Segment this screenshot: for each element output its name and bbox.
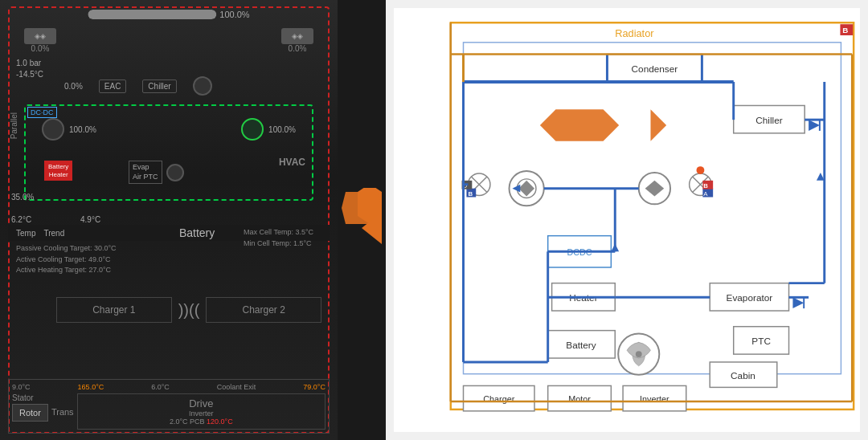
- rotor-box: Rotor: [12, 404, 48, 422]
- progress-bar-fill: [88, 10, 216, 19]
- fan-left: ◈◈ 0.0%: [24, 28, 56, 53]
- fan-right: ◈◈ 0.0%: [281, 28, 313, 53]
- di-title: Drive: [81, 397, 321, 409]
- left-panel: 100.0% ◈◈ 0.0% ◈◈ 0.0% 1.0 bar -14.5°C 0…: [0, 0, 338, 440]
- svg-marker-25: [792, 297, 804, 308]
- pump-icon-1: [42, 118, 64, 141]
- battery-heater-box: Battery Heater: [44, 161, 72, 181]
- stator-temp1: 9.0°C: [12, 383, 31, 391]
- fan-left-pct: 0.0%: [31, 44, 50, 53]
- condenser-text: Condenser: [632, 63, 678, 74]
- charger1-box: Charger 1: [56, 297, 172, 323]
- evap-box: Evap Air PTC: [129, 161, 184, 184]
- cabin-text: Cabin: [731, 370, 755, 381]
- svg-marker-41: [540, 109, 619, 141]
- side-temp-62: 6.2°C: [11, 215, 31, 224]
- svg-text:B: B: [468, 190, 473, 198]
- eac-chiller-row: 0.0% EAC Chiller: [64, 76, 313, 96]
- pressure-temp: -14.5°C: [16, 69, 43, 80]
- coolant-orange-temp: 79.0°C: [303, 383, 326, 391]
- pump1-pct: 100.0%: [69, 125, 96, 134]
- battery-cell-stats: Max Cell Temp: 3.5°C Min Cell Temp: 1.5°…: [244, 227, 313, 249]
- drive-inverter: Drive Inverter 2.0°C PCB 120.0°C: [77, 393, 326, 430]
- progress-bar-container: [88, 10, 216, 19]
- blue-arrow-down-2: [817, 173, 825, 181]
- stator-col: Stator Rotor: [12, 393, 48, 430]
- check-valve-evap: [792, 297, 804, 308]
- ptc-text: PTC: [751, 336, 771, 346]
- svg-text:B: B: [703, 182, 708, 189]
- battery-header-trend: Trend: [43, 229, 64, 238]
- stat3: Active Heating Target: 27.0°C: [16, 265, 321, 276]
- pressure-row: 1.0 bar -14.5°C: [16, 58, 43, 80]
- progress-percent-label: 100.0%: [219, 10, 249, 19]
- drivetrain-section: 9.0°C 165.0°C 6.0°C Coolant Exit 79.0°C …: [8, 379, 330, 434]
- evaporator-text: Evaporator: [727, 292, 773, 303]
- valve-ab-group: A B: [690, 166, 713, 197]
- parallel-label: Parallel: [10, 112, 18, 139]
- svg-marker-23: [809, 120, 820, 131]
- chiller-box: Chiller: [142, 79, 176, 93]
- main-dashed-panel: [8, 6, 330, 434]
- fan-right-pct: 0.0%: [289, 44, 307, 53]
- di-pcb-temp: 120.0°C: [207, 418, 233, 426]
- svg-point-18: [697, 166, 705, 174]
- blue-arrow-down-1: [611, 243, 619, 251]
- stat-max: Max Cell Temp: 3.5°C: [244, 227, 313, 238]
- fan-right-icon: ◈◈: [281, 28, 313, 44]
- charger-separator: ))((: [178, 297, 200, 323]
- svg-text:B: B: [842, 26, 848, 35]
- top-progress-area: 100.0%: [88, 10, 249, 19]
- coolant-exit-label: Coolant Exit: [217, 383, 256, 391]
- di-sub: Inverter: [81, 409, 321, 418]
- evap-pump-icon: [166, 164, 184, 181]
- stat2: Active Cooling Target: 49.0°C: [16, 255, 321, 266]
- big-orange-arrow: [342, 188, 382, 252]
- check-valve-chiller: [809, 120, 820, 131]
- stat-min: Min Cell Temp: 1.5°C: [244, 238, 313, 250]
- trans-label: Trans: [51, 407, 74, 417]
- svg-marker-42: [619, 109, 666, 141]
- battery-header-temp: Temp: [16, 229, 35, 238]
- charger2-box: Charger 2: [206, 297, 321, 323]
- battery-section: Temp Trend Battery Passive Cooling Targe…: [8, 225, 330, 279]
- hvac-label: HVAC: [279, 157, 305, 168]
- svg-text:A: A: [703, 190, 708, 198]
- chiller-pump-icon: [193, 76, 212, 96]
- stator-orange-temp: 165.0°C: [78, 383, 104, 391]
- coolant-row: 9.0°C 165.0°C 6.0°C Coolant Exit 79.0°C: [12, 383, 326, 391]
- drivetrain-items: Stator Rotor Trans Drive Inverter 2.0°C …: [12, 393, 326, 430]
- battery-diag-text: Battery: [566, 340, 596, 350]
- pump-icon-2: [241, 118, 264, 141]
- stator-temp2: 6.0°C: [151, 383, 170, 391]
- bottom-temp-49: 4.9°C: [80, 215, 100, 224]
- side-percent: 35.0%: [11, 193, 34, 202]
- stator-label: Stator: [12, 393, 48, 402]
- di-temp: 2.0°C PCB 120.0°C: [81, 418, 321, 426]
- fan-left-icon: ◈◈: [24, 28, 56, 44]
- diagram-container: Radiator B Condenser Chiller DCDC: [394, 8, 860, 432]
- fans-row: ◈◈ 0.0% ◈◈ 0.0%: [24, 28, 313, 53]
- green-panel: 100.0% 100.0%: [24, 104, 313, 201]
- charger-row: Heatsink: -40.0°C Magnetic: Charger 1 ))…: [8, 297, 330, 323]
- pump2-pct: 100.0%: [268, 125, 296, 134]
- svg-point-7: [636, 351, 642, 357]
- trans-col: Trans: [51, 393, 74, 430]
- radiator-label-text: Radiator: [615, 27, 654, 39]
- dcdc-label: DC·DC: [27, 107, 57, 118]
- chiller-text: Chiller: [755, 115, 782, 125]
- thermal-diagram-svg: Radiator B Condenser Chiller DCDC: [394, 8, 860, 432]
- arrow-divider: [338, 0, 386, 440]
- evap-label: Evap Air PTC: [129, 161, 162, 184]
- big-orange-arrow-1: [540, 109, 666, 141]
- eac-pct: 0.0%: [64, 82, 83, 91]
- right-panel: Radiator B Condenser Chiller DCDC: [386, 0, 868, 440]
- eac-box: EAC: [99, 79, 127, 93]
- pressure-value: 1.0 bar: [16, 58, 43, 69]
- blue-outer-rect: [464, 43, 841, 374]
